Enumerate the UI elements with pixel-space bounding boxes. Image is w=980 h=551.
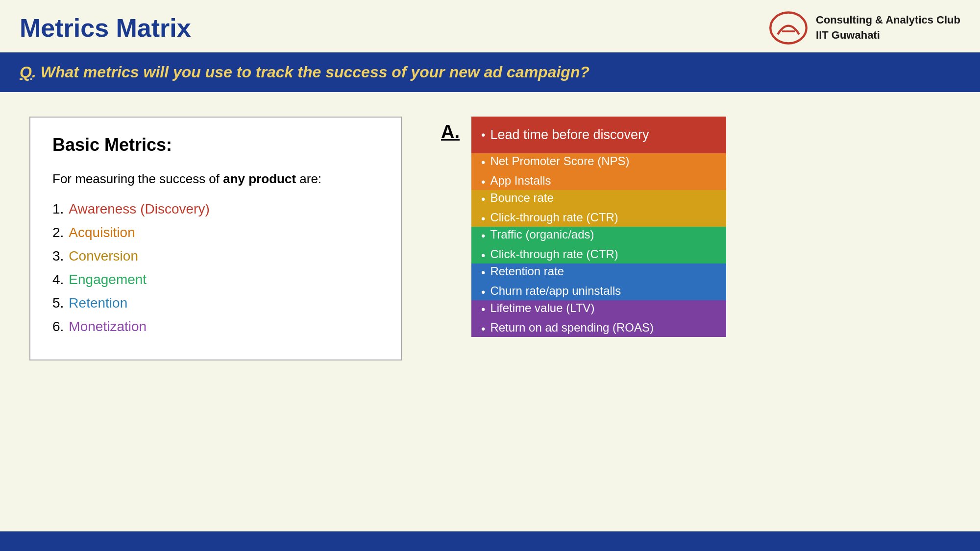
metrics-list: 1.Awareness (Discovery)2.Acquisition3.Co…	[52, 201, 379, 335]
metrics-list-item: 2.Acquisition	[52, 225, 379, 240]
logo-icon	[769, 11, 808, 45]
bullet-item: •Bounce rate	[481, 190, 618, 207]
metrics-list-item: 5.Retention	[52, 295, 379, 311]
metrics-list-item: 1.Awareness (Discovery)	[52, 201, 379, 217]
logo-text: Consulting & Analytics Club IIT Guwahati	[816, 13, 960, 43]
metric-row-blue: •Retention rate•Churn rate/app uninstall…	[471, 264, 726, 300]
bullet-item: •Traffic (organic/ads)	[481, 227, 618, 244]
bullet-item: •Click-through rate (CTR)	[481, 210, 618, 227]
page-title: Metrics Matrix	[20, 13, 191, 43]
metric-row-green: •Traffic (organic/ads)•Click-through rat…	[471, 227, 726, 264]
right-side: A. •Lead time before discovery•Net Promo…	[441, 117, 951, 337]
metric-row-orange: •Net Promoter Score (NPS)•App Installs	[471, 153, 726, 190]
metrics-list-item: 3.Conversion	[52, 248, 379, 264]
metrics-table: •Lead time before discovery•Net Promoter…	[471, 117, 726, 337]
bullet-item: •Churn rate/app uninstalls	[481, 283, 621, 300]
bottom-bar	[0, 531, 980, 551]
basic-metrics-box: Basic Metrics: For measuring the success…	[29, 117, 402, 360]
metrics-list-item: 4.Engagement	[52, 272, 379, 287]
main-content: Basic Metrics: For measuring the success…	[0, 92, 980, 385]
basic-metrics-title: Basic Metrics:	[52, 135, 379, 155]
bullet-item: •App Installs	[481, 173, 629, 190]
metric-row-yellow: •Bounce rate•Click-through rate (CTR)	[471, 190, 726, 227]
logo-area: Consulting & Analytics Club IIT Guwahati	[769, 11, 960, 45]
bullet-item: •Click-through rate (CTR)	[481, 246, 618, 264]
metric-row-purple: •Lifetime value (LTV)•Return on ad spend…	[471, 300, 726, 337]
metrics-list-item: 6.Monetization	[52, 319, 379, 335]
top-bar: Metrics Matrix Consulting & Analytics Cl…	[0, 0, 980, 47]
svg-point-0	[770, 12, 807, 43]
bullet-item: •Lead time before discovery	[481, 126, 649, 144]
intro-text: For measuring the success of any product…	[52, 170, 379, 188]
question-text: Q. What metrics will you use to track th…	[20, 63, 589, 81]
a-label: A.	[441, 121, 460, 143]
bullet-item: •Retention rate	[481, 264, 621, 281]
metric-row-red: •Lead time before discovery	[471, 117, 726, 153]
bullet-item: •Return on ad spending (ROAS)	[481, 320, 654, 337]
bullet-item: •Net Promoter Score (NPS)	[481, 153, 629, 170]
blue-banner: Q. What metrics will you use to track th…	[0, 52, 980, 92]
bullet-item: •Lifetime value (LTV)	[481, 300, 654, 317]
